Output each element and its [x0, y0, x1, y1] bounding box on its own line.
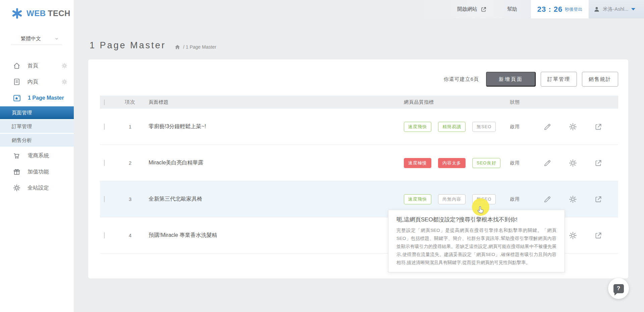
row-checkbox[interactable]	[104, 123, 105, 130]
sidebar-item-label: 內頁	[28, 79, 38, 86]
header-quality: 網頁品質指標	[399, 99, 506, 105]
sidebar-item-label: 1 Page Master	[28, 95, 64, 101]
help-label: 幫助	[507, 6, 517, 12]
sidebar-item-site-settings[interactable]: 全站設定	[0, 180, 74, 196]
breadcrumb: / 1 Page Master	[174, 44, 216, 50]
star-window-icon	[13, 94, 21, 102]
page-title-cell: Miracle美白亮白精華露	[140, 159, 399, 166]
external-link-icon	[480, 6, 487, 13]
table-row: 2 Miracle美白亮白精華露 速度極慢 內容太多 SEO良好 啟用	[100, 145, 618, 181]
sidebar-item-addons[interactable]: 加值功能	[0, 164, 74, 180]
page-list-card: 你還可建立6頁 新增頁面 訂單管理 銷售統計 項次 頁面標題 網頁品質指標 狀態…	[88, 59, 628, 278]
hand-cursor-icon	[476, 205, 486, 215]
sidebar-item-inner-pages[interactable]: 內頁	[0, 74, 74, 90]
timer-value: 23 : 26	[537, 5, 563, 14]
quality-badge[interactable]: 尚無內容	[438, 194, 466, 204]
sidebar: WEBTECH 繁體中文 首頁 內頁	[0, 0, 74, 312]
order-management-button[interactable]: 訂單管理	[541, 72, 577, 87]
gift-icon	[13, 168, 21, 176]
table-header: 項次 頁面標題 網頁品質指標 狀態	[100, 96, 618, 109]
submenu-item-page-management[interactable]: 頁面管理	[0, 106, 74, 119]
page-title-cell: 全新第三代北歐家具椅	[140, 196, 399, 203]
settings-gear-icon[interactable]	[569, 159, 577, 167]
open-external-icon[interactable]	[594, 122, 603, 131]
open-website-link[interactable]: 開啟網站	[457, 0, 487, 18]
open-external-icon[interactable]	[594, 231, 603, 240]
caret-down-icon	[631, 8, 635, 10]
page-title: 1 Page Master	[90, 40, 166, 51]
status-text: 啟用	[506, 124, 538, 130]
sidebar-item-label: 電商系統	[28, 152, 49, 159]
quality-badge[interactable]: 速度飛快	[404, 194, 431, 204]
sidebar-item-ecommerce[interactable]: 電商系統	[0, 148, 74, 164]
page-title-cell: 預購!Miracle 專業香水洗髮精	[140, 232, 399, 239]
header-status: 狀態	[506, 99, 538, 105]
help-fab-button[interactable]: ?	[608, 278, 629, 299]
quality-badge[interactable]: 精簡易讀	[438, 122, 466, 132]
card-toolbar: 你還可建立6頁 新增頁面 訂單管理 銷售統計	[444, 72, 618, 87]
home-breadcrumb-icon[interactable]	[174, 44, 180, 50]
settings-gear-icon[interactable]	[569, 122, 577, 131]
question-mark: ?	[617, 285, 620, 292]
logout-timer: 23 : 26 秒後登出	[531, 0, 589, 18]
chevron-down-icon	[54, 36, 59, 41]
quality-badge[interactable]: 內容太多	[438, 158, 466, 168]
quality-badge[interactable]: 速度極慢	[404, 158, 431, 168]
row-checkbox[interactable]	[104, 232, 105, 239]
gear-icon	[13, 184, 21, 192]
add-page-button[interactable]: 新增頁面	[486, 72, 536, 87]
sidebar-item-1-page-master[interactable]: 1 Page Master	[0, 90, 74, 106]
edit-pencil-icon[interactable]	[543, 195, 552, 204]
sidebar-item-label: 加值功能	[28, 168, 49, 175]
row-checkbox[interactable]	[104, 196, 105, 202]
user-menu[interactable]: 米洛-Ashl...	[589, 0, 644, 18]
edit-pencil-icon[interactable]	[543, 159, 552, 167]
sidebar-item-label: 全站設定	[28, 185, 49, 192]
page-title-cell: 零廚藝!3分鐘輕鬆上菜~!	[140, 123, 399, 130]
select-all-checkbox[interactable]	[104, 99, 105, 105]
settings-gear-icon[interactable]	[569, 231, 577, 240]
sidebar-nav: 首頁 內頁 1 Page Master 頁面管理 訂單管理 銷售分析	[0, 58, 74, 196]
breadcrumb-current: / 1 Page Master	[183, 44, 216, 50]
submenu-item-order-management[interactable]: 訂單管理	[0, 120, 74, 133]
table-row: 1 零廚藝!3分鐘輕鬆上菜~! 速度飛快 精簡易讀 無SEO 啟用	[100, 109, 618, 145]
page-quota-text: 你還可建立6頁	[444, 76, 479, 83]
document-icon	[13, 78, 21, 86]
user-icon	[593, 6, 600, 13]
timer-suffix: 秒後登出	[565, 6, 582, 12]
seo-tooltip: 呃,這網頁SEO都沒設定?搜尋引擎根本找不到你! 完整設定「網頁SEO」是提高網…	[388, 210, 565, 272]
tooltip-title: 呃,這網頁SEO都沒設定?搜尋引擎根本找不到你!	[396, 216, 556, 223]
open-external-icon[interactable]	[594, 195, 603, 204]
quality-badge[interactable]: SEO良好	[472, 158, 500, 168]
logo-text: WEBTECH	[26, 9, 70, 18]
sales-stats-button[interactable]: 銷售統計	[582, 72, 618, 87]
cursor-highlight	[472, 198, 489, 216]
open-external-icon[interactable]	[594, 159, 603, 167]
status-text: 啟用	[506, 196, 538, 202]
header-index: 項次	[120, 99, 140, 105]
sidebar-submenu: 頁面管理 訂單管理 銷售分析	[0, 106, 74, 147]
sidebar-item-label: 首頁	[28, 62, 38, 69]
edit-pencil-icon[interactable]	[543, 122, 552, 131]
row-checkbox[interactable]	[104, 160, 105, 166]
cart-icon	[13, 152, 21, 160]
help-bubble-icon: ?	[613, 284, 624, 293]
quality-badge[interactable]: 速度飛快	[404, 122, 431, 132]
username: 米洛-Ashl...	[603, 6, 629, 12]
language-label: 繁體中文	[21, 36, 41, 42]
submenu-item-sales-analysis[interactable]: 銷售分析	[0, 134, 74, 147]
language-selector[interactable]: 繁體中文	[11, 34, 62, 44]
logo: WEBTECH	[11, 7, 70, 19]
asterisk-logo-icon	[11, 7, 23, 19]
divider	[11, 45, 62, 45]
help-link[interactable]: 幫助	[507, 0, 517, 18]
home-icon	[13, 62, 21, 70]
quality-badge[interactable]: 無SEO	[472, 122, 496, 132]
tooltip-body: 完整設定「網頁SEO」是提高網頁在搜尋引擎排名和點擊率的關鍵。「網頁SEO」包括…	[396, 226, 556, 267]
sidebar-item-home[interactable]: 首頁	[0, 58, 74, 74]
header-title: 頁面標題	[140, 99, 399, 105]
open-website-label: 開啟網站	[457, 6, 477, 12]
settings-gear-icon[interactable]	[569, 195, 577, 204]
gear-icon[interactable]	[61, 62, 68, 69]
gear-icon[interactable]	[61, 79, 68, 85]
